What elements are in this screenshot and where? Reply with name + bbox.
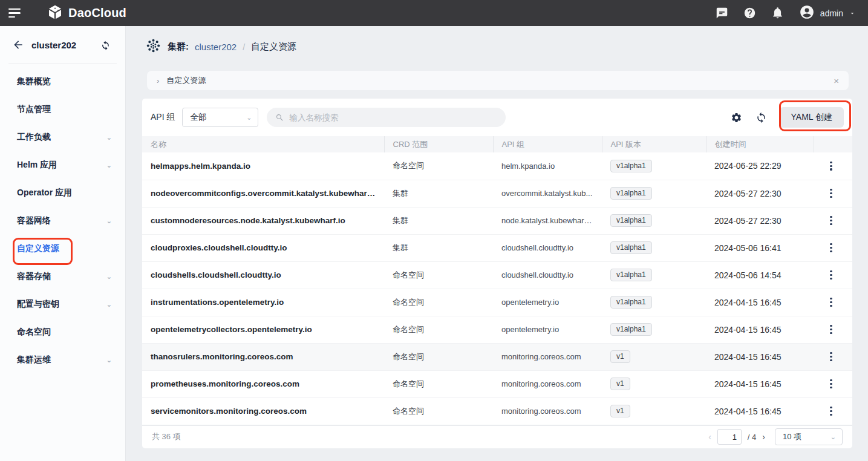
crd-api-group: opentelemetry.io bbox=[493, 316, 602, 343]
crd-name: servicemonitors.monitoring.coreos.com bbox=[142, 397, 384, 425]
kebab-menu-icon[interactable] bbox=[826, 379, 837, 390]
search-input[interactable] bbox=[289, 113, 497, 122]
crd-scope: 命名空间 bbox=[384, 370, 493, 397]
breadcrumb-cluster-link[interactable]: cluster202 bbox=[195, 42, 237, 52]
sidebar-divider bbox=[8, 64, 117, 64]
brand-name: DaoCloud bbox=[68, 6, 126, 20]
crd-name: thanosrulers.monitoring.coreos.com bbox=[142, 343, 384, 370]
main-content: 集群: cluster202 / 自定义资源 › 自定义资源 × API 组 全… bbox=[126, 26, 868, 461]
table-row: cloudshells.cloudshell.cloudtty.io 命名空间 … bbox=[142, 261, 852, 289]
crd-created-at: 2024-05-06 16:41 bbox=[706, 234, 814, 261]
column-header-created-at: 创建时间 bbox=[706, 136, 814, 152]
switch-cluster-icon[interactable] bbox=[100, 38, 113, 51]
kebab-menu-icon[interactable] bbox=[826, 324, 837, 335]
table-row: helmapps.helm.kpanda.io 命名空间 helm.kpanda… bbox=[142, 152, 852, 180]
refresh-icon[interactable] bbox=[755, 111, 768, 124]
crd-scope: 命名空间 bbox=[384, 343, 493, 370]
hamburger-menu-icon[interactable] bbox=[8, 7, 24, 19]
sidebar-item[interactable]: Helm 应用 ⌄ bbox=[0, 151, 125, 179]
sidebar-item[interactable]: 工作负载 ⌄ bbox=[0, 123, 125, 151]
crd-name: helmapps.helm.kpanda.io bbox=[142, 152, 384, 180]
crd-scope: 命名空间 bbox=[384, 316, 493, 343]
crd-created-at: 2024-04-15 16:45 bbox=[706, 397, 814, 425]
table-row: instrumentations.opentelemetry.io 命名空间 o… bbox=[142, 289, 852, 316]
sidebar-item-label: 节点管理 bbox=[17, 104, 51, 115]
column-header-name: 名称 bbox=[142, 136, 384, 152]
sidebar-item-label: 集群概览 bbox=[17, 76, 51, 87]
yaml-create-button[interactable]: YAML 创建 bbox=[780, 107, 844, 128]
kebab-menu-icon[interactable] bbox=[826, 188, 837, 199]
chevron-down-icon: ⌄ bbox=[106, 273, 112, 281]
kebab-menu-icon[interactable] bbox=[826, 351, 837, 362]
sidebar-item[interactable]: 容器网络 ⌄ bbox=[0, 207, 125, 235]
crd-api-group: monitoring.coreos.com bbox=[493, 343, 602, 370]
crd-name: cloudproxies.cloudshell.cloudtty.io bbox=[142, 234, 384, 261]
chevron-down-icon: ⌄ bbox=[106, 162, 112, 169]
crd-api-group: node.katalyst.kubewharf.io bbox=[493, 207, 602, 234]
sidebar-item[interactable]: 配置与密钥 ⌄ bbox=[0, 290, 125, 318]
crd-created-at: 2024-05-27 22:30 bbox=[706, 207, 814, 234]
crd-scope: 命名空间 bbox=[384, 261, 493, 289]
kebab-menu-icon[interactable] bbox=[826, 270, 837, 281]
table-row: customnoderesources.node.katalyst.kubewh… bbox=[142, 207, 852, 234]
kebab-menu-icon[interactable] bbox=[826, 406, 837, 417]
help-icon[interactable] bbox=[743, 7, 757, 20]
chevron-down-icon: ⌄ bbox=[830, 433, 836, 441]
sidebar-item[interactable]: 自定义资源 ⌄ bbox=[0, 235, 125, 263]
crd-created-at: 2024-04-15 16:45 bbox=[706, 370, 814, 397]
page-size-select[interactable]: 10 项 ⌄ bbox=[775, 428, 843, 445]
sidebar-item[interactable]: 容器存储 ⌄ bbox=[0, 263, 125, 290]
sidebar-item-label: 自定义资源 bbox=[17, 243, 59, 254]
banner-title: 自定义资源 bbox=[166, 75, 206, 86]
sidebar-item[interactable]: 命名空间 ⌄ bbox=[0, 318, 125, 346]
sidebar-item[interactable]: 集群概览 ⌄ bbox=[0, 68, 125, 96]
user-menu[interactable]: admin bbox=[799, 4, 856, 22]
crd-api-group: monitoring.coreos.com bbox=[493, 397, 602, 425]
api-version-badge: v1 bbox=[610, 378, 630, 390]
crd-table: 名称 CRD 范围 API 组 API 版本 创建时间 helmapps.hel… bbox=[142, 136, 852, 425]
bell-icon[interactable] bbox=[771, 7, 785, 20]
sidebar-item-label: 工作负载 bbox=[17, 132, 51, 143]
sidebar-item[interactable]: 集群运维 ⌄ bbox=[0, 346, 125, 374]
sidebar-item[interactable]: Operator 应用 ⌄ bbox=[0, 179, 125, 207]
page-size-value: 10 项 bbox=[783, 431, 801, 442]
crd-api-group: cloudshell.cloudtty.io bbox=[493, 261, 602, 289]
avatar-icon bbox=[799, 4, 815, 22]
total-pages: / 4 bbox=[748, 433, 756, 442]
api-group-select[interactable]: 全部 ⌄ bbox=[182, 108, 258, 127]
api-version-badge: v1 bbox=[610, 405, 630, 417]
daocloud-brand[interactable]: DaoCloud bbox=[47, 4, 126, 22]
kebab-menu-icon[interactable] bbox=[826, 160, 837, 171]
crd-scope: 集群 bbox=[384, 180, 493, 207]
crd-created-at: 2024-06-25 22:29 bbox=[706, 152, 814, 180]
column-header-api-version: API 版本 bbox=[602, 136, 706, 152]
crd-list-card: API 组 全部 ⌄ YAML 创建 bbox=[142, 99, 852, 448]
crd-scope: 命名空间 bbox=[384, 289, 493, 316]
pagination: ‹ / 4 › 10 项 ⌄ bbox=[708, 428, 843, 445]
table-row: cloudproxies.cloudshell.cloudtty.io 集群 c… bbox=[142, 234, 852, 261]
api-version-badge: v1alpha1 bbox=[610, 214, 652, 227]
sidebar-item-label: Operator 应用 bbox=[17, 188, 72, 198]
back-arrow-icon[interactable] bbox=[12, 38, 25, 51]
close-icon[interactable]: × bbox=[834, 76, 839, 85]
sidebar-item[interactable]: 节点管理 ⌄ bbox=[0, 96, 125, 123]
sidebar-item-label: 配置与密钥 bbox=[17, 299, 59, 310]
kebab-menu-icon[interactable] bbox=[826, 297, 837, 308]
api-version-badge: v1alpha1 bbox=[610, 269, 652, 281]
gear-icon[interactable] bbox=[730, 111, 743, 124]
kebab-menu-icon[interactable] bbox=[826, 215, 837, 226]
prev-page-icon[interactable]: ‹ bbox=[708, 432, 711, 442]
kebab-menu-icon[interactable] bbox=[826, 243, 837, 253]
crd-name: cloudshells.cloudshell.cloudtty.io bbox=[142, 261, 384, 289]
chat-icon[interactable] bbox=[716, 7, 729, 20]
search-bar bbox=[267, 108, 506, 127]
breadcrumb-separator: / bbox=[243, 42, 245, 52]
breadcrumb: 集群: cluster202 / 自定义资源 bbox=[126, 26, 868, 56]
chevron-down-icon: ⌄ bbox=[106, 217, 112, 225]
sidebar-item-label: Helm 应用 bbox=[17, 160, 57, 171]
crd-created-at: 2024-04-15 16:45 bbox=[706, 289, 814, 316]
page-number-input[interactable] bbox=[717, 429, 742, 445]
total-count: 共 36 项 bbox=[152, 431, 181, 442]
next-page-icon[interactable]: › bbox=[762, 432, 765, 442]
chevron-right-icon[interactable]: › bbox=[157, 76, 159, 85]
